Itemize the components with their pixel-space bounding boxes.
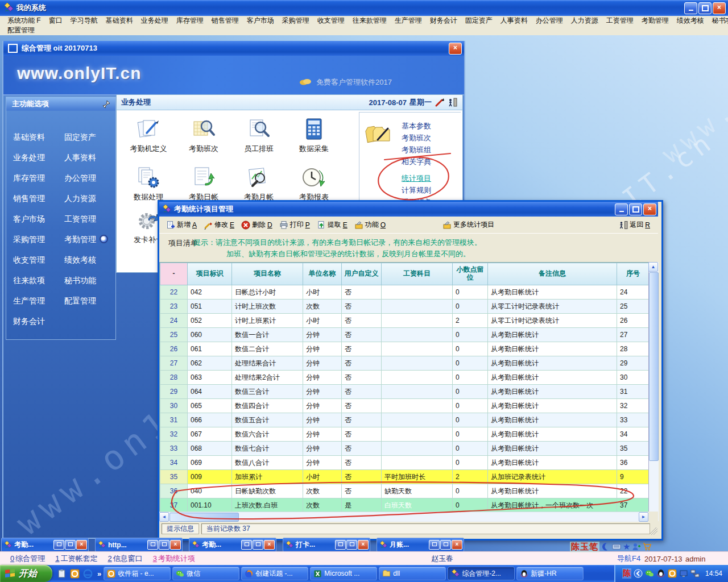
dialog-close-button[interactable]: ×: [643, 203, 656, 215]
menu-item-20[interactable]: 秘书功能: [708, 16, 728, 26]
restore-button-min-3[interactable]: [335, 540, 346, 550]
cell-31-1[interactable]: 066: [188, 413, 232, 427]
sidebar-item-left-2[interactable]: 库存管理: [13, 168, 45, 188]
toolbar-button-0[interactable]: 新增A: [163, 219, 200, 231]
zonghe-titlebar[interactable]: 综合管理 oit 20170713 ×: [3, 41, 464, 56]
column-header-0[interactable]: -: [160, 263, 188, 285]
red-pen-icon[interactable]: [435, 97, 445, 107]
cell-31-8[interactable]: 33: [617, 413, 650, 427]
cell-24-4[interactable]: 否: [342, 314, 382, 328]
cell-29-8[interactable]: 31: [617, 385, 650, 399]
table-row-33[interactable]: 33068数值七合计分钟否0从考勤日帐统计35: [160, 442, 650, 456]
cell-30-7[interactable]: 从考勤日帐统计: [488, 399, 617, 413]
cell-27-1[interactable]: 062: [188, 356, 232, 371]
cell-27-3[interactable]: 分钟: [303, 356, 342, 371]
outlook-icon[interactable]: [70, 569, 80, 579]
cell-32-4[interactable]: 否: [342, 427, 382, 442]
taskbar-button-1[interactable]: 微信: [172, 567, 239, 580]
sidebar-item-left-0[interactable]: 基础资料: [13, 127, 45, 147]
toolbar-button-4[interactable]: 提取E: [313, 219, 351, 231]
sidebar-item-right-2[interactable]: 办公管理: [64, 168, 108, 188]
cell-23-7[interactable]: 从零工计时记录表统计: [488, 300, 617, 314]
menu-item-7[interactable]: 客户市场: [243, 16, 278, 26]
cell-35-8[interactable]: 9: [617, 470, 650, 484]
close-button-min-2[interactable]: ×: [264, 540, 275, 550]
column-header-5[interactable]: 工资科目: [382, 263, 453, 285]
table-row-30[interactable]: 30065数值四合计分钟否0从考勤日帐统计32: [160, 399, 650, 413]
minimized-window-0[interactable]: 考勤...×: [1, 538, 89, 552]
close-button-min-3[interactable]: ×: [358, 540, 369, 550]
cell-36-1[interactable]: 040: [188, 484, 232, 498]
workspace-icon-2[interactable]: 员工排班: [233, 117, 285, 154]
cell-31-3[interactable]: 分钟: [303, 413, 342, 427]
cell-36-8[interactable]: 22: [617, 484, 650, 498]
cell-34-1[interactable]: 069: [188, 456, 232, 470]
cell-35-2[interactable]: 加班累计: [232, 470, 303, 484]
cell-24-2[interactable]: 计时上班累计: [232, 314, 303, 328]
cell-23-2[interactable]: 计时上班次数: [232, 300, 303, 314]
column-header-3[interactable]: 单位名称: [303, 263, 342, 285]
maximize-button-min-3[interactable]: [346, 540, 357, 550]
cell-29-0[interactable]: 29: [160, 385, 188, 399]
column-header-6[interactable]: 小数点留位: [453, 263, 488, 285]
menu-item-18[interactable]: 考勤管理: [638, 16, 673, 26]
cell-33-7[interactable]: 从考勤日帐统计: [488, 442, 617, 456]
menu-item-19[interactable]: 绩效考核: [673, 16, 708, 26]
cell-37-7[interactable]: 从考勤日帐统计，一个班次数一次: [488, 498, 617, 513]
minimized-window-2[interactable]: 考勤...×: [189, 538, 276, 552]
cell-26-6[interactable]: 0: [453, 342, 488, 356]
cell-31-6[interactable]: 0: [453, 413, 488, 427]
cell-36-0[interactable]: 36: [160, 484, 188, 498]
cell-28-4[interactable]: 否: [342, 371, 382, 385]
toolbar-button-5[interactable]: 功能O: [351, 219, 389, 231]
restore-button-min-2[interactable]: [241, 540, 252, 550]
cell-22-6[interactable]: 0: [453, 285, 488, 300]
cell-34-0[interactable]: 34: [160, 456, 188, 470]
cell-23-6[interactable]: 0: [453, 300, 488, 314]
menu-item-4[interactable]: 业务处理: [137, 16, 172, 26]
cell-30-8[interactable]: 32: [617, 399, 650, 413]
cell-29-4[interactable]: 否: [342, 385, 382, 399]
cell-26-3[interactable]: 分钟: [303, 342, 342, 356]
cell-24-7[interactable]: 从零工计时记录表统计: [488, 314, 617, 328]
column-header-7[interactable]: 备注信息: [488, 263, 617, 285]
wechat-icon[interactable]: [645, 569, 654, 578]
exit-icon[interactable]: [448, 97, 458, 107]
cell-27-0[interactable]: 27: [160, 356, 188, 371]
cell-28-7[interactable]: 从考勤日帐统计: [488, 371, 617, 385]
cell-37-2[interactable]: 上班次数.白班: [232, 498, 303, 513]
cell-36-2[interactable]: 日帐缺勤次数: [232, 484, 303, 498]
cell-35-6[interactable]: 2: [453, 470, 488, 484]
restore-button-min-0[interactable]: [53, 540, 64, 550]
close-button-min-1[interactable]: ×: [170, 540, 181, 550]
table-row-24[interactable]: 24052计时上班累计小时否2从零工计时记录表统计26: [160, 314, 650, 328]
menu-item-2[interactable]: 学习导航: [67, 16, 102, 26]
start-button[interactable]: 开始: [0, 565, 52, 582]
monitor-icon[interactable]: [679, 569, 688, 578]
taskbar-button-3[interactable]: Microsoft ...: [310, 567, 377, 580]
sidebar-item-right-6[interactable]: 绩效考核: [64, 250, 108, 270]
cell-34-2[interactable]: 数值八合计: [232, 456, 303, 470]
table-row-26[interactable]: 26061数值二合计分钟否0从考勤日帐统计28: [160, 342, 650, 356]
taskbar-button-4[interactable]: dll: [379, 567, 446, 580]
cell-35-5[interactable]: 平时加班时长: [382, 470, 453, 484]
qq-icon[interactable]: [656, 569, 665, 578]
cell-26-0[interactable]: 26: [160, 342, 188, 356]
cell-32-6[interactable]: 0: [453, 427, 488, 442]
cell-33-0[interactable]: 33: [160, 442, 188, 456]
window-list-item-3[interactable]: 3考勤统计项: [153, 554, 195, 564]
quick-link-4[interactable]: 统计项目: [402, 173, 431, 184]
cell-33-6[interactable]: 0: [453, 442, 488, 456]
sidebar-item-right-7[interactable]: 秘书功能: [64, 270, 108, 290]
cell-30-2[interactable]: 数值四合计: [232, 399, 303, 413]
cell-36-6[interactable]: 0: [453, 484, 488, 498]
restore-button-min-4[interactable]: [429, 540, 440, 550]
cell-25-5[interactable]: [382, 328, 453, 342]
resize-grip[interactable]: [650, 527, 657, 535]
cell-22-3[interactable]: 小时: [303, 285, 342, 300]
cell-24-8[interactable]: 26: [617, 314, 650, 328]
cell-33-2[interactable]: 数值七合计: [232, 442, 303, 456]
cell-32-1[interactable]: 067: [188, 427, 232, 442]
menu-item-row2-0[interactable]: 配置管理: [3, 26, 39, 35]
cell-34-5[interactable]: [382, 456, 453, 470]
